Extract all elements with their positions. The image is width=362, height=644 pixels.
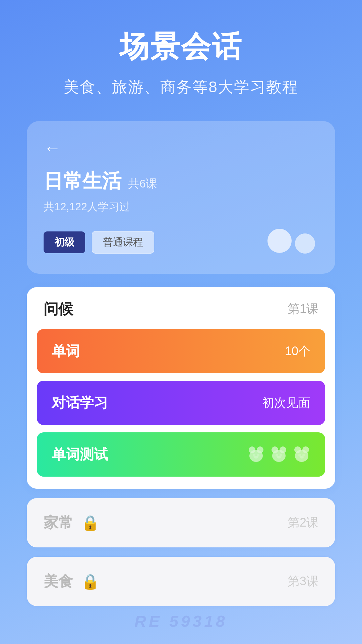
header: 场景会话 美食、旅游、商务等8大学习教程 <box>0 0 362 104</box>
page-subtitle: 美食、旅游、商务等8大学习教程 <box>0 77 362 98</box>
course-learners: 共12,122人学习过 <box>44 200 318 214</box>
back-button[interactable]: ← <box>44 138 61 158</box>
bear-icons <box>247 446 310 463</box>
lesson-card-2[interactable]: 家常 🔒 第2课 <box>27 498 335 547</box>
bear-icon-1 <box>247 446 265 463</box>
lesson-1-items: 单词 10个 对话学习 初次见面 单词测试 <box>27 329 335 489</box>
vocab-label: 单词 <box>52 342 80 361</box>
lock-icon-3: 🔒 <box>81 573 100 590</box>
lesson-1-number: 第1课 <box>288 301 318 317</box>
lesson-3-title: 美食 <box>44 572 73 591</box>
badge-type[interactable]: 普通课程 <box>92 231 154 254</box>
vocab-value: 10个 <box>285 343 310 360</box>
course-name: 日常生活 <box>44 168 121 194</box>
lesson-2-title: 家常 <box>44 513 73 533</box>
course-count: 共6课 <box>128 176 157 192</box>
lesson-1-dialogue-item[interactable]: 对话学习 初次见面 <box>37 381 325 425</box>
lesson-1-title: 问候 <box>44 299 73 319</box>
svg-point-5 <box>254 456 258 459</box>
lock-icon-2: 🔒 <box>81 514 100 532</box>
svg-point-11 <box>277 456 281 459</box>
dialogue-label: 对话学习 <box>52 393 108 412</box>
bear-icon-3 <box>293 446 310 463</box>
avatar-decoration <box>267 229 315 254</box>
avatar-circle-1 <box>267 229 292 253</box>
avatar-circle-2 <box>295 233 315 254</box>
svg-point-17 <box>300 456 304 459</box>
lesson-card-1: 问候 第1课 单词 10个 对话学习 初次见面 单词测试 <box>27 287 335 489</box>
lesson-1-test-item[interactable]: 单词测试 <box>37 432 325 477</box>
lesson-2-number: 第2课 <box>288 515 318 531</box>
lesson-card-3[interactable]: 美食 🔒 第3课 <box>27 557 335 606</box>
course-title-row: 日常生活 共6课 <box>44 168 318 194</box>
lesson-3-number: 第3课 <box>288 573 318 590</box>
test-label: 单词测试 <box>52 445 108 464</box>
lesson-1-vocab-item[interactable]: 单词 10个 <box>37 329 325 373</box>
lessons-list: 问候 第1课 单词 10个 对话学习 初次见面 单词测试 <box>27 287 335 626</box>
lesson-1-header: 问候 第1课 <box>27 287 335 329</box>
lesson-2-left: 家常 🔒 <box>44 513 100 533</box>
lesson-3-left: 美食 🔒 <box>44 572 100 591</box>
dialogue-value: 初次见面 <box>262 395 310 411</box>
course-info-card: ← 日常生活 共6课 共12,122人学习过 初级 普通课程 <box>27 121 335 274</box>
page-wrapper: 场景会话 美食、旅游、商务等8大学习教程 ← 日常生活 共6课 共12,122人… <box>0 0 362 644</box>
page-title: 场景会话 <box>0 27 362 67</box>
bear-icon-2 <box>270 446 288 463</box>
badge-level[interactable]: 初级 <box>44 231 85 253</box>
